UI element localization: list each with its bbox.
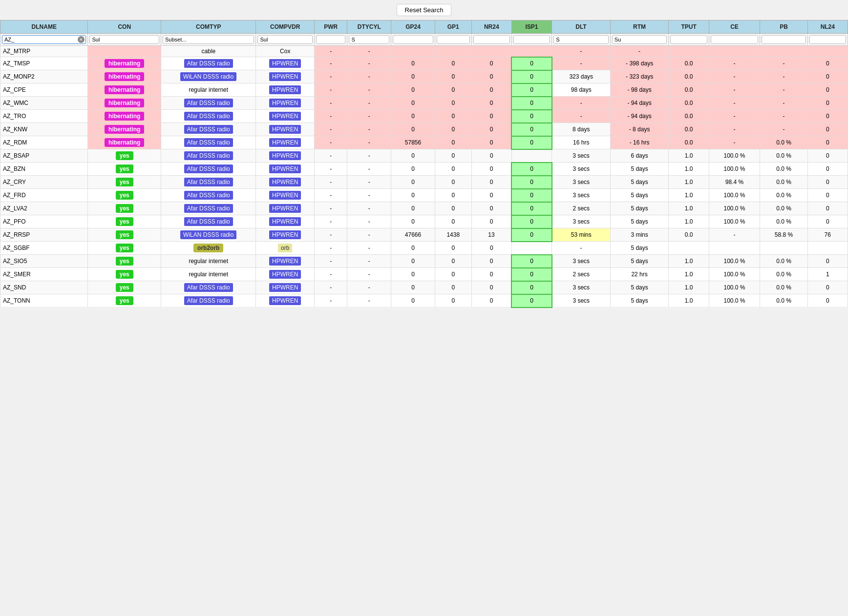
- filter-nl24-input[interactable]: [809, 35, 846, 44]
- cell-nr24: 0: [471, 281, 511, 294]
- table-row: AZ_MONP2hibernatingWiLAN DSSS radioHPWRE…: [0, 70, 848, 83]
- comtyp-radio-badge: Afar DSSS radio: [184, 178, 233, 186]
- filter-ce-input[interactable]: [711, 35, 759, 44]
- cell-rtm: 5 days: [610, 281, 669, 294]
- cell-nr24: 0: [471, 215, 511, 228]
- cell-dlname: AZ_LVA2: [0, 202, 88, 215]
- col-header-nl24[interactable]: NL24: [807, 21, 848, 34]
- cell-dtycyl: -: [347, 268, 391, 281]
- cell-dlname: AZ_BZN: [0, 163, 88, 176]
- filter-row: ✕: [0, 34, 848, 46]
- cell-isp1: 0: [511, 110, 551, 123]
- filter-gp24-input[interactable]: [393, 35, 433, 44]
- filter-rtm-input[interactable]: [612, 35, 667, 44]
- col-header-isp1[interactable]: ISP1: [511, 21, 551, 34]
- cell-nl24: 0: [807, 294, 848, 308]
- cell-dlt: 53 mins: [552, 228, 611, 242]
- filter-compvdr-input[interactable]: [257, 35, 313, 44]
- cell-ce: -: [709, 228, 760, 242]
- comtyp-radio-badge: Afar DSSS radio: [184, 59, 233, 68]
- cell-dtycyl: -: [347, 294, 391, 308]
- filter-comtyp-cell: [161, 34, 256, 46]
- cell-tput: 1.0: [669, 149, 709, 163]
- cell-dlname: AZ_WMC: [0, 97, 88, 110]
- col-header-dtycyl[interactable]: DTYCYL: [347, 21, 391, 34]
- cell-dlt: -: [552, 97, 611, 110]
- cell-nl24: 0: [807, 83, 848, 97]
- table-row: AZ_TROhibernatingAfar DSSS radioHPWREN--…: [0, 110, 848, 123]
- filter-dlname-cell: ✕: [0, 34, 88, 46]
- cell-dlname: AZ_BSAP: [0, 149, 88, 163]
- cell-nr24: 13: [471, 228, 511, 242]
- cell-isp1: 0: [511, 281, 551, 294]
- filter-comtyp-input[interactable]: [163, 35, 254, 44]
- col-header-tput[interactable]: TPUT: [669, 21, 709, 34]
- reset-search-button[interactable]: Reset Search: [397, 4, 452, 16]
- cell-gp1: [435, 46, 471, 57]
- cell-comtyp: cable: [161, 46, 256, 57]
- filter-tput-cell: [669, 34, 709, 46]
- cell-dtycyl: -: [347, 215, 391, 228]
- col-header-pwr[interactable]: PWR: [315, 21, 347, 34]
- filter-dtycyl-input[interactable]: [349, 35, 389, 44]
- cell-nl24: 0: [807, 189, 848, 202]
- table-container: DLNAME CON COMTYP COMPVDR PWR DTYCYL GP2…: [0, 20, 848, 308]
- filter-nr24-input[interactable]: [473, 35, 510, 44]
- filter-gp1-input[interactable]: [437, 35, 470, 44]
- compvdr-hpwren-badge: HPWREN: [269, 270, 301, 279]
- filter-con-input[interactable]: [89, 35, 159, 44]
- cell-dlt: 3 secs: [552, 255, 611, 268]
- cell-gp24: 0: [391, 123, 435, 136]
- cell-ce: 100.0 %: [709, 149, 760, 163]
- cell-gp24: 0: [391, 294, 435, 308]
- filter-pwr-input[interactable]: [316, 35, 345, 44]
- cell-pb: 0.0 %: [760, 268, 807, 281]
- cell-compvdr: Cox: [256, 46, 315, 57]
- comtyp-radio-badge: Afar DSSS radio: [184, 138, 233, 147]
- cell-compvdr: HPWREN: [256, 163, 315, 176]
- cell-con: yes: [88, 163, 161, 176]
- cell-dtycyl: -: [347, 176, 391, 189]
- filter-gp24-cell: [391, 34, 435, 46]
- col-header-dlname[interactable]: DLNAME: [0, 21, 88, 34]
- cell-tput: 0.0: [669, 110, 709, 123]
- cell-pb: 0.0 %: [760, 294, 807, 308]
- col-header-con[interactable]: CON: [88, 21, 161, 34]
- cell-tput: 1.0: [669, 176, 709, 189]
- col-header-gp24[interactable]: GP24: [391, 21, 435, 34]
- cell-dlt: 16 hrs: [552, 136, 611, 149]
- filter-dlt-input[interactable]: [553, 35, 609, 44]
- col-header-nr24[interactable]: NR24: [471, 21, 511, 34]
- compvdr-hpwren-badge: HPWREN: [269, 85, 301, 94]
- yes-badge: yes: [116, 204, 133, 213]
- filter-isp1-input[interactable]: [513, 35, 550, 44]
- table-row: AZ_BSAPyesAfar DSSS radioHPWREN--0003 se…: [0, 149, 848, 163]
- table-row: AZ_KNWhibernatingAfar DSSS radioHPWREN--…: [0, 123, 848, 136]
- filter-pb-input[interactable]: [762, 35, 806, 44]
- comtyp-orb-badge: orb2orb: [193, 244, 223, 252]
- filter-dlname-input[interactable]: [2, 35, 86, 44]
- cell-nl24: 0: [807, 57, 848, 70]
- cell-nl24: 0: [807, 149, 848, 163]
- filter-tput-input[interactable]: [670, 35, 707, 44]
- cell-compvdr: HPWREN: [256, 123, 315, 136]
- table-row: AZ_TONNyesAfar DSSS radioHPWREN--00003 s…: [0, 294, 848, 308]
- cell-nr24: 0: [471, 268, 511, 281]
- cell-dlname: AZ_FRD: [0, 189, 88, 202]
- col-header-ce[interactable]: CE: [709, 21, 760, 34]
- cell-con: yes: [88, 202, 161, 215]
- col-header-pb[interactable]: PB: [760, 21, 807, 34]
- table-body: AZ_MTRPcableCox----AZ_TMSPhibernatingAfa…: [0, 46, 848, 308]
- cell-dlt: 98 days: [552, 83, 611, 97]
- col-header-gp1[interactable]: GP1: [435, 21, 471, 34]
- col-header-rtm[interactable]: RTM: [610, 21, 669, 34]
- cell-compvdr: HPWREN: [256, 57, 315, 70]
- col-header-comtyp[interactable]: COMTYP: [161, 21, 256, 34]
- cell-gp24: 0: [391, 57, 435, 70]
- col-header-compvdr[interactable]: COMPVDR: [256, 21, 315, 34]
- cell-nr24: 0: [471, 255, 511, 268]
- col-header-dlt[interactable]: DLT: [552, 21, 611, 34]
- cell-con: yes: [88, 242, 161, 255]
- compvdr-hpwren-badge: HPWREN: [269, 99, 301, 107]
- cell-pwr: -: [315, 202, 347, 215]
